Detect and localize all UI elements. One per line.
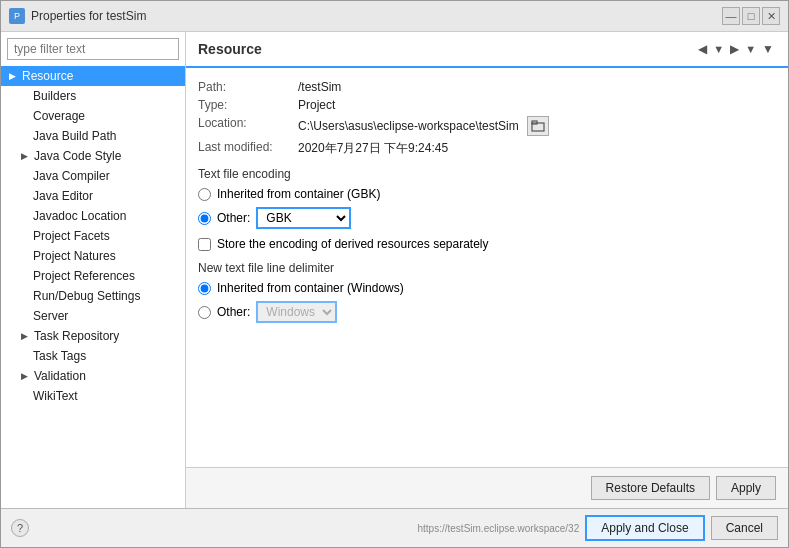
path-row: Path: /testSim [198, 80, 776, 94]
tree: ▶ Resource Builders Coverage Java Build … [1, 66, 185, 508]
sidebar-item-label: Validation [34, 369, 86, 383]
back-button[interactable]: ◀ [696, 40, 709, 58]
footer-url: https://testSim.eclipse.workspace/32 [418, 523, 580, 534]
cancel-button[interactable]: Cancel [711, 516, 778, 540]
type-row: Type: Project [198, 98, 776, 112]
inherited-encoding-row: Inherited from container (GBK) [198, 187, 776, 201]
apply-button[interactable]: Apply [716, 476, 776, 500]
other-delimiter-radio[interactable] [198, 306, 211, 319]
sidebar-item-project-references[interactable]: Project References [1, 266, 185, 286]
sidebar-item-label: Run/Debug Settings [33, 289, 140, 303]
sidebar-item-builders[interactable]: Builders [1, 86, 185, 106]
sidebar-item-resource[interactable]: ▶ Resource [1, 66, 185, 86]
sidebar-item-label: Project References [33, 269, 135, 283]
sidebar-item-server[interactable]: Server [1, 306, 185, 326]
location-browse-button[interactable] [527, 116, 549, 136]
other-delimiter-row: Other: Windows Unix Mac [198, 301, 776, 323]
other-encoding-label: Other: [217, 211, 250, 225]
filter-input[interactable] [7, 38, 179, 60]
sidebar: ▶ Resource Builders Coverage Java Build … [1, 32, 186, 508]
inherited-delimiter-radio[interactable] [198, 282, 211, 295]
other-delimiter-label: Other: [217, 305, 250, 319]
sidebar-item-label: Java Code Style [34, 149, 121, 163]
last-modified-row: Last modified: 2020年7月27日 下午9:24:45 [198, 140, 776, 157]
title-controls: — □ ✕ [722, 7, 780, 25]
close-button[interactable]: ✕ [762, 7, 780, 25]
arrow-icon: ▶ [21, 151, 28, 161]
sidebar-item-java-build-path[interactable]: Java Build Path [1, 126, 185, 146]
location-label: Location: [198, 116, 298, 130]
path-label: Path: [198, 80, 298, 94]
inherited-encoding-label: Inherited from container (GBK) [217, 187, 380, 201]
forward-button[interactable]: ▶ [728, 40, 741, 58]
sidebar-item-project-facets[interactable]: Project Facets [1, 226, 185, 246]
sidebar-item-label: Java Build Path [33, 129, 116, 143]
sidebar-item-task-tags[interactable]: Task Tags [1, 346, 185, 366]
store-encoding-label: Store the encoding of derived resources … [217, 237, 489, 251]
sidebar-item-java-editor[interactable]: Java Editor [1, 186, 185, 206]
store-encoding-checkbox[interactable] [198, 238, 211, 251]
arrow-icon: ▶ [21, 331, 28, 341]
encoding-select[interactable]: GBK UTF-8 ISO-8859-1 US-ASCII [256, 207, 351, 229]
sidebar-item-label: Builders [33, 89, 76, 103]
maximize-button[interactable]: □ [742, 7, 760, 25]
sidebar-item-label: Task Tags [33, 349, 86, 363]
footer-left: ? [11, 519, 29, 537]
nav-menu-button[interactable]: ▼ [711, 43, 726, 55]
bottom-buttons: Restore Defaults Apply [186, 467, 788, 508]
sidebar-item-label: Task Repository [34, 329, 119, 343]
right-panel: Resource ◀ ▼ ▶ ▼ ▼ Path: /testSim Type: … [186, 32, 788, 508]
title-bar: P Properties for testSim — □ ✕ [1, 1, 788, 32]
sidebar-item-java-compiler[interactable]: Java Compiler [1, 166, 185, 186]
nav-extra-button[interactable]: ▼ [760, 40, 776, 58]
nav-forward-menu-button[interactable]: ▼ [743, 43, 758, 55]
location-value: C:\Users\asus\eclipse-workspace\testSim [298, 116, 549, 136]
restore-defaults-button[interactable]: Restore Defaults [591, 476, 710, 500]
sidebar-item-wikitext[interactable]: WikiText [1, 386, 185, 406]
sidebar-item-javadoc-location[interactable]: Javadoc Location [1, 206, 185, 226]
sidebar-item-task-repository[interactable]: ▶ Task Repository [1, 326, 185, 346]
sidebar-item-label: WikiText [33, 389, 78, 403]
sidebar-item-java-code-style[interactable]: ▶ Java Code Style [1, 146, 185, 166]
panel-header: Resource ◀ ▼ ▶ ▼ ▼ [186, 32, 788, 68]
sidebar-item-run-debug[interactable]: Run/Debug Settings [1, 286, 185, 306]
type-label: Type: [198, 98, 298, 112]
title-bar-left: P Properties for testSim [9, 8, 146, 24]
encoding-section-label: Text file encoding [198, 167, 776, 181]
apply-and-close-button[interactable]: Apply and Close [585, 515, 704, 541]
main-content: ▶ Resource Builders Coverage Java Build … [1, 32, 788, 508]
sidebar-item-coverage[interactable]: Coverage [1, 106, 185, 126]
sidebar-item-label: Project Facets [33, 229, 110, 243]
minimize-button[interactable]: — [722, 7, 740, 25]
sidebar-item-label: Java Editor [33, 189, 93, 203]
delimiter-section-label: New text file line delimiter [198, 261, 776, 275]
last-modified-label: Last modified: [198, 140, 298, 154]
panel-body: Path: /testSim Type: Project Location: C… [186, 68, 788, 467]
footer-right: https://testSim.eclipse.workspace/32 App… [418, 515, 779, 541]
window-icon: P [9, 8, 25, 24]
sidebar-item-validation[interactable]: ▶ Validation [1, 366, 185, 386]
sidebar-item-label: Javadoc Location [33, 209, 126, 223]
panel-title: Resource [198, 41, 262, 57]
footer: ? https://testSim.eclipse.workspace/32 A… [1, 508, 788, 547]
other-encoding-radio[interactable] [198, 212, 211, 225]
type-value: Project [298, 98, 335, 112]
properties-window: P Properties for testSim — □ ✕ ▶ Resourc… [0, 0, 789, 548]
delimiter-section: New text file line delimiter Inherited f… [198, 261, 776, 323]
last-modified-value: 2020年7月27日 下午9:24:45 [298, 140, 448, 157]
window-title: Properties for testSim [31, 9, 146, 23]
sidebar-item-label: Coverage [33, 109, 85, 123]
arrow-icon: ▶ [21, 371, 28, 381]
sidebar-item-label: Resource [22, 69, 73, 83]
delimiter-select[interactable]: Windows Unix Mac [256, 301, 337, 323]
arrow-icon: ▶ [9, 71, 16, 81]
other-encoding-row: Other: GBK UTF-8 ISO-8859-1 US-ASCII [198, 207, 776, 229]
sidebar-item-project-natures[interactable]: Project Natures [1, 246, 185, 266]
sidebar-item-label: Java Compiler [33, 169, 110, 183]
path-value: /testSim [298, 80, 341, 94]
inherited-encoding-radio[interactable] [198, 188, 211, 201]
inherited-delimiter-row: Inherited from container (Windows) [198, 281, 776, 295]
location-row: Location: C:\Users\asus\eclipse-workspac… [198, 116, 776, 136]
help-button[interactable]: ? [11, 519, 29, 537]
store-encoding-row: Store the encoding of derived resources … [198, 237, 776, 251]
